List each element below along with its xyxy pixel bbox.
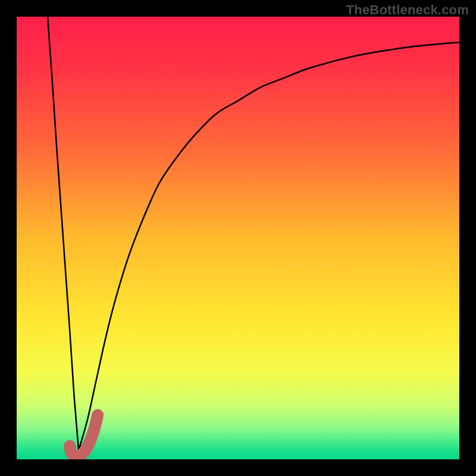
watermark-text: TheBottleneck.com (346, 2, 469, 18)
chart-frame: TheBottleneck.com (0, 0, 476, 476)
j-marker-dot (64, 440, 76, 452)
gradient-background (17, 17, 459, 459)
chart-svg (17, 17, 459, 459)
plot-area (17, 17, 459, 459)
